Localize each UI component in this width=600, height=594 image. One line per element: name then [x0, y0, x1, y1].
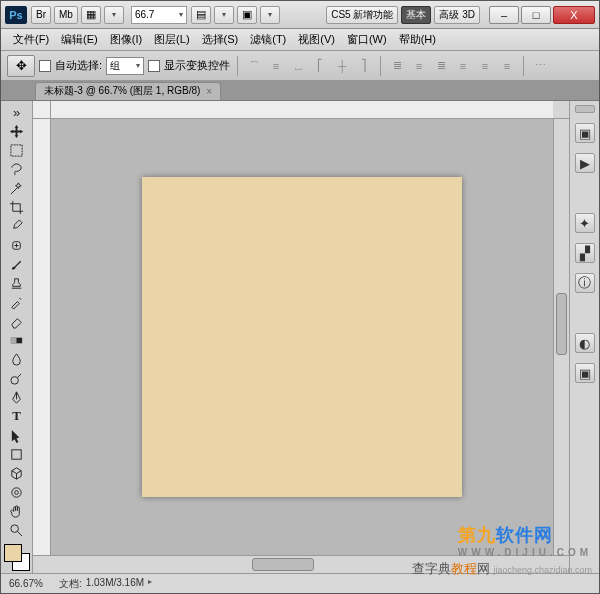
- history-brush-tool[interactable]: [5, 293, 29, 311]
- menu-view[interactable]: 视图(V): [292, 31, 341, 49]
- histogram-panel-icon[interactable]: ▞: [575, 243, 595, 263]
- menu-layer[interactable]: 图层(L): [148, 31, 195, 49]
- color-panel-icon[interactable]: ◐: [575, 333, 595, 353]
- lasso-tool[interactable]: [5, 160, 29, 178]
- menu-select[interactable]: 选择(S): [196, 31, 245, 49]
- arrange-caret-icon[interactable]: ▾: [214, 6, 234, 24]
- bridge-button[interactable]: Br: [31, 6, 51, 24]
- extras-caret-icon[interactable]: ▾: [260, 6, 280, 24]
- eraser-tool[interactable]: [5, 312, 29, 330]
- svg-point-8: [11, 524, 19, 532]
- toolbox-collapse-icon[interactable]: »: [5, 103, 29, 121]
- status-zoom[interactable]: 66.67%: [9, 578, 43, 589]
- document-tab[interactable]: 未标题-3 @ 66.7% (图层 1, RGB/8) ×: [35, 82, 221, 100]
- info-panel-icon[interactable]: ⓘ: [575, 273, 595, 293]
- gradient-tool[interactable]: [5, 331, 29, 349]
- actions-panel-icon[interactable]: ▶: [575, 153, 595, 173]
- align-right-icon[interactable]: ⎤: [355, 57, 373, 75]
- extras-icon[interactable]: ▣: [237, 6, 257, 24]
- separator: [237, 56, 238, 76]
- swatches-panel-icon[interactable]: ▣: [575, 363, 595, 383]
- separator: [523, 56, 524, 76]
- zoom-tool[interactable]: [5, 521, 29, 539]
- 3d-tool[interactable]: [5, 464, 29, 482]
- heal-tool[interactable]: [5, 236, 29, 254]
- dist-left-icon[interactable]: ≡: [454, 57, 472, 75]
- status-doc-value: 1.03M/3.16M: [86, 577, 144, 591]
- arrange-docs-icon[interactable]: ▤: [191, 6, 211, 24]
- dodge-tool[interactable]: [5, 369, 29, 387]
- foreground-color-swatch[interactable]: [4, 544, 22, 562]
- dock-grab-handle[interactable]: [575, 105, 595, 113]
- auto-select-label: 自动选择:: [55, 58, 102, 73]
- zoom-level-select[interactable]: 66.7 ▾: [131, 6, 187, 24]
- menu-filter[interactable]: 滤镜(T): [244, 31, 292, 49]
- auto-select-checkbox[interactable]: [39, 60, 51, 72]
- align-hcenter-icon[interactable]: ┼: [333, 57, 351, 75]
- scrollbar-vertical[interactable]: [553, 119, 569, 555]
- camera-tool[interactable]: [5, 483, 29, 501]
- align-left-icon[interactable]: ⎡: [311, 57, 329, 75]
- blur-tool[interactable]: [5, 350, 29, 368]
- history-panel-icon[interactable]: ▣: [575, 123, 595, 143]
- more-options-icon[interactable]: ⋯: [531, 57, 549, 75]
- ps-logo: Ps: [5, 6, 27, 24]
- stamp-tool[interactable]: [5, 274, 29, 292]
- toolbox: » T: [1, 101, 33, 573]
- align-bottom-icon[interactable]: ⎵: [289, 57, 307, 75]
- minimize-button[interactable]: –: [489, 6, 519, 24]
- ruler-vertical[interactable]: [33, 119, 51, 555]
- align-vcenter-icon[interactable]: ≡: [267, 57, 285, 75]
- menu-edit[interactable]: 编辑(E): [55, 31, 104, 49]
- menu-help[interactable]: 帮助(H): [393, 31, 442, 49]
- maximize-button[interactable]: □: [521, 6, 551, 24]
- canvas-document[interactable]: [142, 177, 462, 497]
- menu-file[interactable]: 文件(F): [7, 31, 55, 49]
- workspace-basic-button[interactable]: 基本: [401, 6, 431, 24]
- document-tab-title: 未标题-3 @ 66.7% (图层 1, RGB/8): [44, 84, 200, 98]
- status-menu-caret-icon[interactable]: ▸: [148, 577, 152, 591]
- dist-hcenter-icon[interactable]: ≡: [476, 57, 494, 75]
- workspace-cs5new-button[interactable]: CS5 新增功能: [326, 6, 398, 24]
- eyedropper-tool[interactable]: [5, 217, 29, 235]
- shape-tool[interactable]: [5, 445, 29, 463]
- menu-window[interactable]: 窗口(W): [341, 31, 393, 49]
- dist-right-icon[interactable]: ≡: [498, 57, 516, 75]
- svg-rect-3: [11, 337, 17, 343]
- pen-tool[interactable]: [5, 388, 29, 406]
- wand-tool[interactable]: [5, 179, 29, 197]
- dist-top-icon[interactable]: ≣: [388, 57, 406, 75]
- dist-bottom-icon[interactable]: ≣: [432, 57, 450, 75]
- marquee-tool[interactable]: [5, 141, 29, 159]
- navigator-panel-icon[interactable]: ✦: [575, 213, 595, 233]
- menu-bar: 文件(F) 编辑(E) 图像(I) 图层(L) 选择(S) 滤镜(T) 视图(V…: [1, 29, 599, 51]
- svg-point-4: [11, 376, 19, 384]
- path-select-tool[interactable]: [5, 426, 29, 444]
- hand-tool[interactable]: [5, 502, 29, 520]
- type-tool[interactable]: T: [5, 407, 29, 425]
- move-tool-icon[interactable]: ✥: [7, 55, 35, 77]
- ruler-origin[interactable]: [33, 101, 51, 119]
- crop-tool[interactable]: [5, 198, 29, 216]
- viewport[interactable]: [51, 119, 553, 555]
- work-area: » T: [1, 101, 599, 573]
- close-tab-icon[interactable]: ×: [206, 86, 212, 97]
- close-button[interactable]: X: [553, 6, 595, 24]
- options-bar: ✥ 自动选择: 组 ▾ 显示变换控件 ⎴ ≡ ⎵ ⎡ ┼ ⎤ ≣ ≡ ≣ ≡ ≡…: [1, 51, 599, 81]
- ruler-horizontal[interactable]: [51, 101, 553, 119]
- move-tool[interactable]: [5, 122, 29, 140]
- screen-mode-caret-icon[interactable]: ▾: [104, 6, 124, 24]
- minibridge-button[interactable]: Mb: [54, 6, 78, 24]
- status-doc-label: 文档:: [59, 577, 82, 591]
- screen-mode-icon[interactable]: ▦: [81, 6, 101, 24]
- color-swatches[interactable]: [4, 544, 30, 571]
- auto-select-dropdown[interactable]: 组 ▾: [106, 57, 144, 75]
- brush-tool[interactable]: [5, 255, 29, 273]
- workspace-adv3d-button[interactable]: 高级 3D: [434, 6, 480, 24]
- show-transform-checkbox[interactable]: [148, 60, 160, 72]
- menu-image[interactable]: 图像(I): [104, 31, 148, 49]
- align-top-icon[interactable]: ⎴: [245, 57, 263, 75]
- dist-vcenter-icon[interactable]: ≡: [410, 57, 428, 75]
- separator: [380, 56, 381, 76]
- zoom-level-value: 66.7: [135, 9, 154, 20]
